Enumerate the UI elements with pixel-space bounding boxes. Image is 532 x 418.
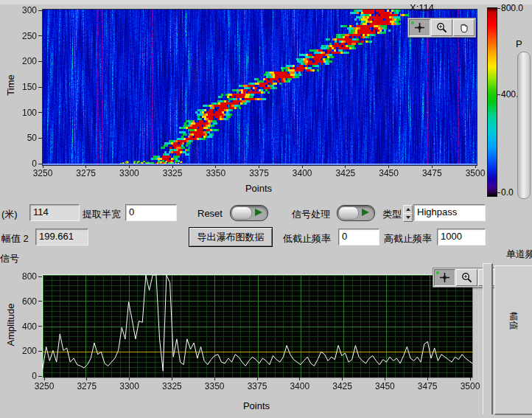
tick-label: 300 bbox=[22, 5, 37, 15]
spinner-down-icon[interactable] bbox=[403, 213, 413, 222]
meter-label: (米) bbox=[1, 208, 18, 221]
tick-label: 600 bbox=[22, 296, 37, 307]
tick-label: 3375 bbox=[248, 381, 267, 391]
amplitude2-label: 幅值 2 bbox=[1, 232, 29, 245]
hand-icon bbox=[458, 22, 469, 33]
tick-label: 3425 bbox=[332, 381, 352, 391]
active-led bbox=[436, 271, 439, 274]
signal-processing-switch[interactable] bbox=[337, 205, 375, 221]
magnifier-icon bbox=[461, 272, 472, 283]
signal-processing-label: 信号处理 bbox=[292, 208, 330, 221]
waterfall-y-axis-label: Time bbox=[5, 74, 16, 97]
half-width-label: 提取半宽 bbox=[83, 208, 121, 221]
meter-value-indicator: 114 bbox=[29, 204, 80, 221]
tick-label: 3250 bbox=[35, 381, 55, 391]
colorbar-tick-mark bbox=[497, 8, 500, 9]
tick-label: 3475 bbox=[418, 381, 438, 391]
tick-label: 400 bbox=[22, 321, 37, 332]
colorbar-max-label: 800.0 bbox=[501, 3, 523, 13]
colorbar-tick-mark bbox=[497, 94, 500, 95]
tick-label: 3450 bbox=[379, 168, 399, 178]
zoom-tool-button[interactable] bbox=[431, 19, 452, 36]
tick-label: 100 bbox=[22, 108, 37, 118]
signal-section-label: 信号 bbox=[0, 252, 19, 265]
crosshair-icon bbox=[439, 272, 450, 283]
colorbar-min-label: 0.0 bbox=[501, 187, 514, 198]
tick-label: 0 bbox=[32, 159, 37, 169]
amplitude2-indicator: 199.661 bbox=[35, 229, 88, 245]
export-waterfall-data-button[interactable]: 导出瀑布图数据 bbox=[189, 227, 273, 247]
tick-label: 3325 bbox=[162, 381, 182, 391]
tick-label: 3250 bbox=[33, 168, 53, 178]
top-strip bbox=[0, 0, 532, 4]
signal-plot[interactable] bbox=[42, 274, 473, 378]
type-label: 类型 bbox=[382, 208, 402, 221]
switch-arrow-icon bbox=[362, 209, 369, 216]
tick-label: 3400 bbox=[293, 168, 312, 178]
p-slider-label: P bbox=[516, 38, 522, 49]
high-cutoff-label: 高截止频率 bbox=[384, 232, 432, 245]
high-cutoff-input[interactable]: 1000 bbox=[437, 229, 486, 245]
tick-label: 3375 bbox=[249, 168, 269, 178]
tick-label: 3475 bbox=[422, 168, 442, 178]
tick-label: 3425 bbox=[336, 168, 356, 178]
switch-knob bbox=[231, 206, 252, 220]
active-led bbox=[411, 21, 414, 24]
type-spinner[interactable] bbox=[403, 205, 411, 221]
tick-label: 3350 bbox=[205, 381, 225, 391]
single-channel-panel: 幅值 bbox=[494, 265, 532, 415]
vertical-slider[interactable] bbox=[517, 52, 531, 199]
vertical-splitter-bar[interactable] bbox=[483, 263, 493, 414]
cursor-tool-button[interactable] bbox=[409, 19, 430, 36]
crosshair-icon bbox=[414, 22, 425, 33]
tick-label: 150 bbox=[22, 82, 37, 92]
tick-label: 3350 bbox=[206, 168, 225, 178]
reset-label: Reset bbox=[197, 208, 223, 219]
cursor-tool-button[interactable] bbox=[434, 269, 455, 286]
tick-label: 3400 bbox=[290, 381, 309, 391]
tick-label: 3275 bbox=[77, 381, 97, 391]
tick-label: 3325 bbox=[163, 168, 183, 178]
colorbar-tick-mark bbox=[497, 192, 500, 193]
type-ring-select[interactable]: Highpass bbox=[413, 204, 486, 221]
color-scale-bar bbox=[487, 7, 497, 197]
tick-label: 250 bbox=[22, 31, 37, 41]
tick-label: 200 bbox=[22, 56, 37, 66]
cursor-readout: X:114 bbox=[410, 2, 434, 13]
tick-label: 3500 bbox=[466, 168, 486, 178]
single-channel-y-axis-label: 幅值 bbox=[507, 313, 519, 330]
signal-y-axis-label: Amplitude bbox=[5, 299, 16, 351]
tick-label: 3300 bbox=[119, 168, 139, 178]
switch-knob bbox=[338, 206, 359, 220]
pan-tool-button[interactable] bbox=[453, 19, 475, 36]
single-channel-section-label: 单道频 bbox=[506, 248, 532, 261]
low-cutoff-label: 低截止频率 bbox=[283, 232, 331, 245]
waterfall-x-axis-label: Points bbox=[245, 183, 272, 194]
labview-front-panel: Time X:114 Points 800.0 400.0 0.0 P (米) … bbox=[0, 0, 532, 418]
tick-label: 3450 bbox=[375, 381, 395, 391]
tick-label: 800 bbox=[22, 271, 37, 282]
tick-label: 200 bbox=[22, 346, 37, 356]
reset-switch[interactable] bbox=[230, 205, 268, 221]
tick-label: 3500 bbox=[461, 381, 480, 391]
signal-x-axis-label: Points bbox=[243, 400, 270, 411]
tick-label: 3300 bbox=[119, 381, 139, 391]
tick-label: 50 bbox=[27, 133, 37, 143]
tick-label: 0 bbox=[32, 371, 37, 381]
waterfall-graph-palette bbox=[407, 18, 476, 38]
switch-arrow-icon bbox=[255, 209, 262, 216]
tick-label: 3275 bbox=[76, 168, 96, 178]
zoom-tool-button[interactable] bbox=[456, 269, 477, 286]
half-width-input[interactable]: 0 bbox=[125, 204, 177, 221]
low-cutoff-input[interactable]: 0 bbox=[338, 229, 379, 245]
magnifier-icon bbox=[436, 22, 447, 33]
